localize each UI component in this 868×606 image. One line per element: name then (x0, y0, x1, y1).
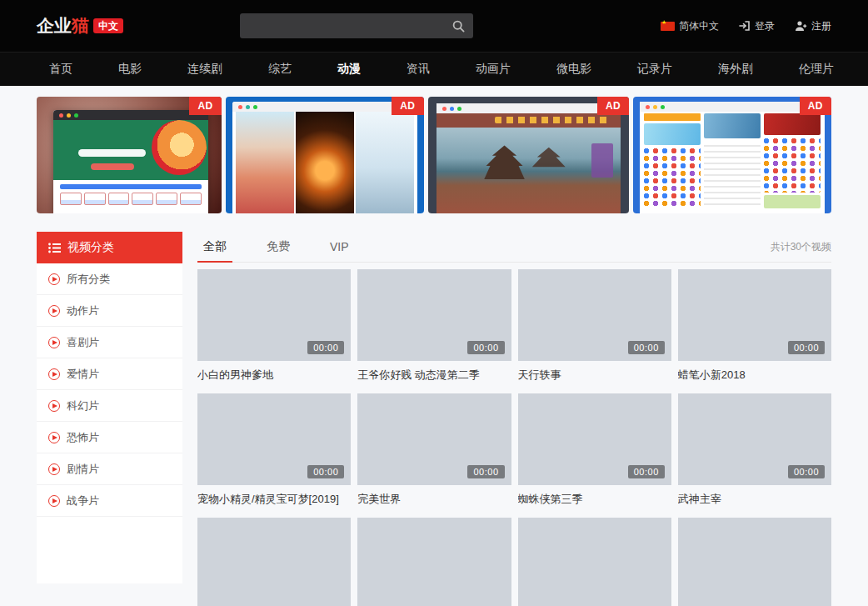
video-thumbnail: 00:00 (197, 393, 351, 485)
video-thumbnail (518, 518, 671, 606)
tab-free[interactable]: 免费 (261, 232, 296, 262)
video-card[interactable]: 00:00 王爷你好贱 动态漫第二季 (357, 269, 511, 382)
video-title[interactable]: 小白的男神爹地 (197, 368, 351, 382)
video-thumbnail (678, 518, 831, 606)
video-card[interactable]: 00:00 宠物小精灵/精灵宝可梦[2019] (197, 393, 351, 506)
search-input[interactable] (240, 13, 443, 38)
nav-item-movies[interactable]: 电影 (118, 62, 142, 77)
play-circle-icon (48, 273, 60, 285)
duration-badge: 00:00 (467, 465, 504, 478)
ad-banner-1[interactable]: AD (37, 97, 222, 213)
logo-text-accent: 猫 (72, 14, 89, 38)
tab-vip[interactable]: VIP (324, 232, 355, 262)
video-title[interactable]: 蜘蛛侠第三季 (518, 493, 671, 506)
video-title[interactable]: 蜡笔小新2018 (678, 368, 831, 382)
search-button[interactable] (443, 13, 473, 38)
video-thumbnail (357, 518, 511, 606)
ad-banner-3[interactable]: AD (428, 97, 630, 213)
duration-badge: 00:00 (628, 341, 665, 354)
tab-all[interactable]: 全部 (197, 232, 232, 262)
sidebar-header: 视频分类 (37, 232, 182, 263)
play-circle-icon (48, 432, 60, 443)
register-link[interactable]: 注册 (795, 19, 831, 33)
video-thumbnail (197, 518, 351, 606)
ad-banner-4[interactable]: AD (633, 97, 831, 213)
user-plus-icon (795, 20, 807, 32)
sidebar-item-label: 剧情片 (67, 462, 99, 477)
ad-badge: AD (597, 97, 629, 115)
video-card[interactable]: 00:00 天行轶事 (518, 269, 671, 382)
video-thumbnail: 00:00 (678, 269, 831, 361)
video-card[interactable]: 00:00 小白的男神爹地 (197, 269, 351, 382)
sidebar-item-label: 爱情片 (67, 367, 99, 382)
banner-artwork (232, 102, 417, 213)
logo-text-main: 企业 (37, 14, 72, 38)
sign-in-icon (739, 20, 751, 32)
banner-artwork (53, 110, 208, 213)
nav-item-variety[interactable]: 综艺 (268, 62, 292, 77)
video-grid: 00:00 小白的男神爹地 00:00 王爷你好贱 动态漫第二季 00:00 天… (197, 269, 831, 606)
video-count: 共计30个视频 (771, 240, 831, 254)
nav-item-overseas[interactable]: 海外剧 (718, 62, 753, 77)
ad-banner-2[interactable]: AD (226, 97, 424, 213)
ad-banner-row: AD AD AD (37, 97, 831, 213)
video-title[interactable]: 宠物小精灵/精灵宝可梦[2019] (197, 493, 351, 506)
sidebar-item-all[interactable]: 所有分类 (37, 263, 182, 295)
sidebar-item-action[interactable]: 动作片 (37, 295, 182, 327)
site-logo[interactable]: 企业猫 中文 (37, 14, 123, 38)
sidebar-item-label: 动作片 (67, 303, 99, 318)
video-card[interactable]: 00:00 武神主宰 (678, 393, 831, 506)
nav-item-cartoon[interactable]: 动画片 (476, 62, 511, 77)
video-title[interactable]: 武神主宰 (678, 493, 831, 506)
china-flag-icon: ★ (661, 22, 675, 31)
video-thumbnail: 00:00 (357, 393, 511, 485)
duration-badge: 00:00 (307, 341, 344, 354)
sidebar-item-label: 科幻片 (67, 398, 99, 413)
ad-badge: AD (800, 97, 831, 115)
language-switch[interactable]: ★ 简体中文 (661, 19, 719, 33)
play-circle-icon (48, 463, 60, 475)
main-nav: 首页 电影 连续剧 综艺 动漫 资讯 动画片 微电影 记录片 海外剧 伦理片 升… (0, 52, 868, 86)
sidebar-item-drama[interactable]: 剧情片 (37, 453, 182, 485)
video-card[interactable] (518, 518, 671, 606)
search-icon (452, 20, 465, 33)
nav-item-microfilm[interactable]: 微电影 (556, 62, 591, 77)
nav-item-news[interactable]: 资讯 (407, 62, 430, 77)
duration-badge: 00:00 (788, 465, 825, 478)
sidebar-item-comedy[interactable]: 喜剧片 (37, 327, 182, 358)
sidebar-item-horror[interactable]: 恐怖片 (37, 422, 182, 453)
nav-item-documentary[interactable]: 记录片 (637, 62, 672, 77)
duration-badge: 00:00 (788, 341, 825, 354)
sidebar-item-war[interactable]: 战争片 (37, 485, 182, 517)
login-label: 登录 (755, 19, 775, 33)
video-card[interactable] (197, 518, 351, 606)
video-card[interactable] (357, 518, 511, 606)
filter-tabs: 全部 免费 VIP 共计30个视频 (197, 232, 831, 263)
video-title[interactable]: 完美世界 (357, 493, 511, 506)
video-title[interactable]: 天行轶事 (518, 368, 671, 382)
nav-item-series[interactable]: 连续剧 (187, 62, 222, 77)
video-title[interactable]: 王爷你好贱 动态漫第二季 (357, 368, 511, 382)
video-card[interactable]: 00:00 蜡笔小新2018 (678, 269, 831, 382)
top-header: 企业猫 中文 ★ 简体中文 登 (0, 0, 868, 52)
play-circle-icon (48, 400, 60, 412)
nav-item-home[interactable]: 首页 (49, 62, 72, 77)
sidebar-item-label: 战争片 (67, 493, 99, 508)
duration-badge: 00:00 (467, 341, 504, 354)
video-card[interactable]: 00:00 蜘蛛侠第三季 (518, 393, 671, 506)
play-circle-icon (48, 305, 60, 317)
video-card[interactable]: 00:00 完美世界 (357, 393, 511, 506)
sidebar-item-romance[interactable]: 爱情片 (37, 358, 182, 390)
ad-badge: AD (189, 97, 221, 115)
duration-badge: 00:00 (307, 465, 344, 478)
logo-badge: 中文 (93, 18, 123, 33)
sidebar-item-scifi[interactable]: 科幻片 (37, 390, 182, 422)
nav-item-anime[interactable]: 动漫 (337, 62, 361, 77)
video-thumbnail: 00:00 (197, 269, 351, 361)
banner-artwork (436, 103, 621, 213)
sidebar-item-label: 恐怖片 (67, 430, 99, 445)
traffic-light-dots-icon (238, 105, 242, 109)
video-card[interactable] (678, 518, 831, 606)
login-link[interactable]: 登录 (739, 19, 775, 33)
nav-item-ethics[interactable]: 伦理片 (799, 62, 834, 77)
